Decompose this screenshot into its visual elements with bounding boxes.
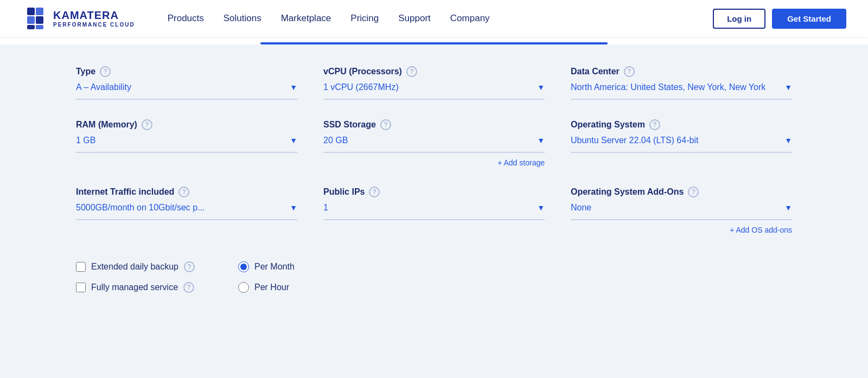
traffic-chevron-icon: ▼ xyxy=(290,203,297,212)
datacenter-help-icon[interactable]: ? xyxy=(624,66,635,77)
osaddons-label-row: Operating System Add-Ons ? xyxy=(571,187,792,197)
logo-sub: PERFORMANCE CLOUD xyxy=(53,22,135,28)
datacenter-group: Data Center ? North America: United Stat… xyxy=(571,66,792,100)
os-label-row: Operating System ? xyxy=(571,119,792,130)
vcpu-label-row: vCPU (Processors) ? xyxy=(323,66,545,77)
publicips-label-row: Public IPs ? xyxy=(323,187,545,197)
nav-company[interactable]: Company xyxy=(450,13,490,24)
traffic-value: 5000GB/month on 10Gbit/sec p... xyxy=(76,203,205,213)
type-value: A – Availability xyxy=(76,82,131,92)
os-chevron-icon: ▼ xyxy=(784,136,792,145)
managed-help-icon[interactable]: ? xyxy=(183,282,194,293)
os-select[interactable]: Ubuntu Server 22.04 (LTS) 64-bit ▼ xyxy=(571,133,792,153)
osaddons-help-icon[interactable]: ? xyxy=(688,187,699,197)
add-storage-link[interactable]: + Add storage xyxy=(323,158,545,167)
per-month-label: Per Month xyxy=(254,262,295,272)
svg-rect-3 xyxy=(36,16,43,24)
ssd-label: SSD Storage xyxy=(323,120,376,130)
publicips-select[interactable]: 1 ▼ xyxy=(323,201,545,220)
backup-label: Extended daily backup xyxy=(91,262,178,272)
vcpu-group: vCPU (Processors) ? 1 vCPU (2667MHz) ▼ xyxy=(323,66,545,100)
logo-icon xyxy=(22,5,48,31)
osaddons-select[interactable]: None ▼ xyxy=(571,201,792,220)
managed-label: Fully managed service xyxy=(91,283,178,292)
ssd-group: SSD Storage ? 20 GB ▼ + Add storage xyxy=(323,119,545,167)
vcpu-value: 1 vCPU (2667MHz) xyxy=(323,82,399,92)
svg-rect-1 xyxy=(36,8,43,15)
svg-rect-5 xyxy=(36,25,43,29)
ram-group: RAM (Memory) ? 1 GB ▼ xyxy=(76,119,297,167)
ram-chevron-icon: ▼ xyxy=(290,136,297,145)
checkboxes-col: Extended daily backup ? Fully managed se… xyxy=(76,261,195,293)
vcpu-chevron-icon: ▼ xyxy=(537,83,545,92)
ram-label: RAM (Memory) xyxy=(76,120,137,130)
publicips-chevron-icon: ▼ xyxy=(537,203,545,212)
radio-col: Per Month Per Hour xyxy=(238,261,295,293)
traffic-group: Internet Traffic included ? 5000GB/month… xyxy=(76,187,297,234)
vcpu-label: vCPU (Processors) xyxy=(323,67,402,76)
managed-checkbox[interactable] xyxy=(76,283,86,292)
per-hour-label: Per Hour xyxy=(254,283,289,292)
getstarted-button[interactable]: Get Started xyxy=(772,9,846,29)
nav-support[interactable]: Support xyxy=(398,13,431,24)
vcpu-select[interactable]: 1 vCPU (2667MHz) ▼ xyxy=(323,80,545,100)
datacenter-label-row: Data Center ? xyxy=(571,66,792,77)
os-label: Operating System xyxy=(571,120,645,130)
ssd-select[interactable]: 20 GB ▼ xyxy=(323,133,545,153)
main-content: Type ? A – Availability ▼ vCPU (Processo… xyxy=(43,44,825,325)
type-label: Type xyxy=(76,67,95,76)
svg-rect-0 xyxy=(27,8,35,15)
publicips-label: Public IPs xyxy=(323,187,365,197)
ram-select[interactable]: 1 GB ▼ xyxy=(76,133,297,153)
os-value: Ubuntu Server 22.04 (LTS) 64-bit xyxy=(571,136,698,145)
nav-products[interactable]: Products xyxy=(168,13,204,24)
ssd-help-icon[interactable]: ? xyxy=(380,119,391,130)
datacenter-select[interactable]: North America: United States, New York, … xyxy=(571,80,792,100)
type-label-row: Type ? xyxy=(76,66,297,77)
backup-help-icon[interactable]: ? xyxy=(184,261,195,272)
add-os-link[interactable]: + Add OS add-ons xyxy=(571,226,792,234)
publicips-value: 1 xyxy=(323,203,328,213)
logo[interactable]: KAMATERA PERFORMANCE CLOUD xyxy=(22,5,135,31)
os-group: Operating System ? Ubuntu Server 22.04 (… xyxy=(571,119,792,167)
per-month-radio[interactable] xyxy=(238,261,249,272)
publicips-help-icon[interactable]: ? xyxy=(369,187,380,197)
logo-name: KAMATERA xyxy=(53,9,135,22)
ssd-label-row: SSD Storage ? xyxy=(323,119,545,130)
traffic-select[interactable]: 5000GB/month on 10Gbit/sec p... ▼ xyxy=(76,201,297,220)
type-chevron-icon: ▼ xyxy=(290,83,297,92)
traffic-label: Internet Traffic included xyxy=(76,187,174,197)
per-hour-radio[interactable] xyxy=(238,282,249,293)
per-month-row: Per Month xyxy=(238,261,295,272)
osaddons-label: Operating System Add-Ons xyxy=(571,187,684,197)
type-help-icon[interactable]: ? xyxy=(100,66,111,77)
publicips-group: Public IPs ? 1 ▼ xyxy=(323,187,545,234)
nav-marketplace[interactable]: Marketplace xyxy=(281,13,331,24)
nav-solutions[interactable]: Solutions xyxy=(224,13,261,24)
ram-value: 1 GB xyxy=(76,136,95,145)
os-help-icon[interactable]: ? xyxy=(649,119,660,130)
type-select[interactable]: A – Availability ▼ xyxy=(76,80,297,100)
ram-label-row: RAM (Memory) ? xyxy=(76,119,297,130)
backup-checkbox[interactable] xyxy=(76,262,86,272)
ram-help-icon[interactable]: ? xyxy=(142,119,152,130)
bottom-section: Extended daily backup ? Fully managed se… xyxy=(76,261,792,293)
vcpu-help-icon[interactable]: ? xyxy=(406,66,417,77)
svg-rect-4 xyxy=(27,25,35,29)
traffic-help-icon[interactable]: ? xyxy=(178,187,189,197)
per-hour-row: Per Hour xyxy=(238,282,295,293)
osaddons-group: Operating System Add-Ons ? None ▼ + Add … xyxy=(571,187,792,234)
traffic-label-row: Internet Traffic included ? xyxy=(76,187,297,197)
datacenter-label: Data Center xyxy=(571,67,620,76)
nav-pricing[interactable]: Pricing xyxy=(350,13,379,24)
progress-bar-wrapper xyxy=(0,37,868,44)
progress-bar xyxy=(260,42,608,44)
osaddons-chevron-icon: ▼ xyxy=(784,203,792,212)
type-group: Type ? A – Availability ▼ xyxy=(76,66,297,100)
form-grid: Type ? A – Availability ▼ vCPU (Processo… xyxy=(76,66,792,234)
nav-actions: Log in Get Started xyxy=(713,9,846,29)
managed-row: Fully managed service ? xyxy=(76,282,195,293)
ssd-value: 20 GB xyxy=(323,136,348,145)
backup-row: Extended daily backup ? xyxy=(76,261,195,272)
login-button[interactable]: Log in xyxy=(713,9,765,29)
